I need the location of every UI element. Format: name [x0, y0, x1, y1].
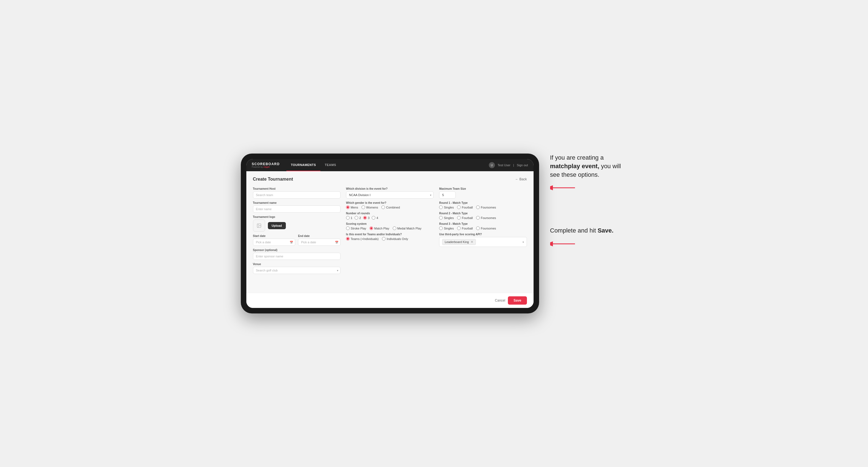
tournament-host-input[interactable] [253, 191, 341, 198]
gender-womens[interactable]: Womens [362, 206, 378, 209]
round2-fourball[interactable]: Fourball [457, 216, 473, 220]
round3-foursomes-radio[interactable] [476, 226, 480, 230]
teams-teams[interactable]: Teams (+Individuals) [346, 237, 379, 241]
start-date-label: Start date [253, 235, 296, 238]
nav-right: U Test User | Sign out [489, 162, 528, 168]
tournament-logo-label: Tournament logo [253, 215, 341, 218]
tab-teams[interactable]: TEAMS [320, 159, 341, 171]
gender-combined-label: Combined [386, 206, 400, 209]
start-date-input[interactable] [253, 239, 296, 246]
api-tag-remove[interactable]: ✕ [471, 240, 473, 244]
sign-out-link[interactable]: Sign out [517, 163, 528, 167]
rounds-2[interactable]: 2 [354, 216, 361, 220]
upload-button[interactable]: Upload [268, 222, 286, 229]
round3-foursomes[interactable]: Foursomes [476, 226, 496, 230]
rounds-4-label: 4 [376, 216, 378, 220]
division-select[interactable]: NCAA Division I [346, 191, 434, 198]
round3-fourball-radio[interactable] [457, 226, 461, 230]
scoring-stroke[interactable]: Stroke Play [346, 226, 366, 230]
tournament-host-group: Tournament Host [253, 187, 341, 198]
gender-mens-radio[interactable] [346, 206, 350, 209]
logo-area: SCOREBOARD Powered by clippit [252, 162, 280, 168]
teams-label: Is this event for Teams and/or Individua… [346, 233, 434, 236]
rounds-4-radio[interactable] [372, 216, 375, 220]
end-date-wrapper [298, 239, 341, 246]
round1-fourball[interactable]: Fourball [457, 206, 473, 209]
scoring-label: Scoring system [346, 222, 434, 225]
rounds-3[interactable]: 3 [363, 216, 370, 220]
round1-foursomes-label: Foursomes [481, 206, 496, 209]
gender-combined-radio[interactable] [381, 206, 385, 209]
gender-womens-radio[interactable] [362, 206, 365, 209]
tournament-name-group: Tournament name [253, 201, 341, 213]
teams-group: Is this event for Teams and/or Individua… [346, 233, 434, 241]
round2-foursomes[interactable]: Foursomes [476, 216, 496, 220]
page-title: Create Tournament [253, 177, 293, 182]
round2-foursomes-label: Foursomes [481, 216, 496, 220]
annotation-top-row: If you are creating a matchplay event, y… [550, 154, 627, 179]
venue-group: Venue [253, 262, 341, 274]
annotation-top: If you are creating a matchplay event, y… [550, 154, 627, 193]
tab-tournaments[interactable]: TOURNAMENTS [286, 159, 320, 171]
round2-singles-radio[interactable] [439, 216, 443, 220]
rounds-3-label: 3 [368, 216, 370, 220]
venue-input[interactable] [253, 267, 341, 274]
start-date-wrapper [253, 239, 296, 246]
col-right: Maximum Team Size Round 1 - Match Type S… [439, 187, 527, 247]
round1-singles[interactable]: Singles [439, 206, 454, 209]
red-arrow-top [550, 182, 627, 193]
scoring-stroke-radio[interactable] [346, 226, 350, 230]
teams-individuals[interactable]: Individuals Only [382, 237, 408, 241]
tournament-name-input[interactable] [253, 206, 341, 213]
save-button[interactable]: Save [508, 296, 527, 305]
scoring-match-radio[interactable] [370, 226, 373, 230]
round1-foursomes[interactable]: Foursomes [476, 206, 496, 209]
round1-foursomes-radio[interactable] [476, 206, 480, 209]
tablet-frame: SCOREBOARD Powered by clippit TOURNAMENT… [241, 154, 539, 313]
gender-mens-label: Mens [351, 206, 358, 209]
sponsor-input[interactable] [253, 253, 341, 260]
round2-fourball-radio[interactable] [457, 216, 461, 220]
rounds-4[interactable]: 4 [372, 216, 378, 220]
teams-teams-radio[interactable] [346, 237, 350, 241]
round2-singles[interactable]: Singles [439, 216, 454, 220]
round3-singles-radio[interactable] [439, 226, 443, 230]
annotation-bottom-bold: Save. [598, 227, 614, 234]
pipe-separator: | [513, 163, 514, 167]
rounds-3-radio[interactable] [363, 216, 367, 220]
end-date-input[interactable] [298, 239, 341, 246]
round1-fourball-radio[interactable] [457, 206, 461, 209]
max-team-size-input[interactable] [439, 191, 456, 198]
scoring-medal[interactable]: Medal Match Play [393, 226, 422, 230]
gender-combined[interactable]: Combined [381, 206, 400, 209]
round3-fourball[interactable]: Fourball [457, 226, 473, 230]
user-label: Test User [498, 163, 510, 167]
division-group: Which division is the event for? NCAA Di… [346, 187, 434, 198]
round3-match-type: Round 3 - Match Type Singles Fourball [439, 222, 527, 230]
round2-foursomes-radio[interactable] [476, 216, 480, 220]
scoring-group: Scoring system Stroke Play Match Play [346, 222, 434, 230]
logo-brand: clippit [264, 166, 270, 168]
round3-singles-label: Singles [444, 227, 454, 230]
tournament-name-label: Tournament name [253, 201, 341, 205]
scoring-match[interactable]: Match Play [370, 226, 389, 230]
match-type-section: Round 1 - Match Type Singles Fourball [439, 201, 527, 230]
sponsor-label: Sponsor (optional) [253, 249, 341, 252]
round1-singles-radio[interactable] [439, 206, 443, 209]
teams-individuals-radio[interactable] [382, 237, 385, 241]
rounds-1[interactable]: 1 [346, 216, 352, 220]
round2-options: Singles Fourball Foursomes [439, 216, 527, 220]
scoring-medal-radio[interactable] [393, 226, 396, 230]
rounds-1-radio[interactable] [346, 216, 350, 220]
api-select-box[interactable]: Leaderboard King ✕ ▾ [439, 237, 527, 247]
rounds-2-radio[interactable] [354, 216, 358, 220]
round2-fourball-label: Fourball [462, 216, 473, 220]
back-link[interactable]: ← Back [515, 177, 527, 181]
svg-point-1 [258, 224, 258, 225]
gender-mens[interactable]: Mens [346, 206, 358, 209]
max-team-size-label: Maximum Team Size [439, 187, 527, 190]
cancel-button[interactable]: Cancel [495, 299, 505, 302]
gender-womens-label: Womens [366, 206, 378, 209]
round3-foursomes-label: Foursomes [481, 227, 496, 230]
round3-singles[interactable]: Singles [439, 226, 454, 230]
